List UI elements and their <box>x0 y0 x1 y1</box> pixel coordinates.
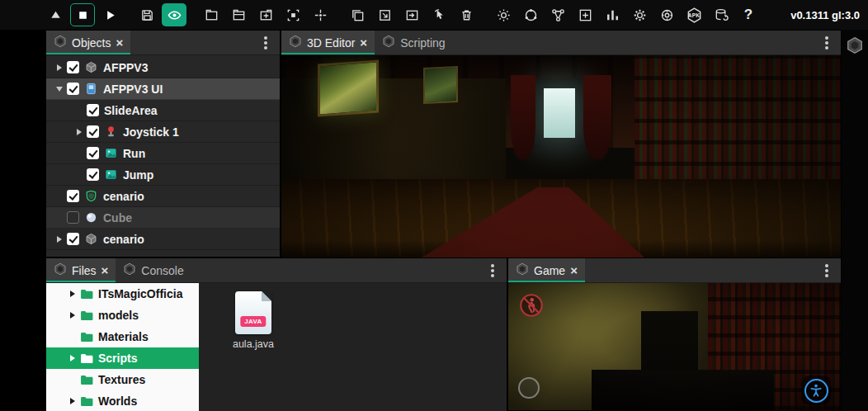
window-tab-1-button[interactable] <box>199 3 224 26</box>
visibility-checkbox[interactable] <box>87 104 99 116</box>
database-sync-button[interactable] <box>709 3 734 26</box>
object-name: AFPPV3 UI <box>103 83 163 96</box>
settings-gear-button[interactable] <box>627 3 652 26</box>
expand-arrow-icon[interactable] <box>64 355 80 361</box>
object-tree-row[interactable]: Run <box>46 143 280 164</box>
hexagon-icon <box>54 35 67 50</box>
collapse-arrow-icon[interactable] <box>51 87 67 92</box>
panel-menu-button[interactable] <box>818 31 836 54</box>
bar-chart-button[interactable] <box>600 3 625 26</box>
tab-3d-editor[interactable]: 3D Editor × <box>281 31 375 54</box>
object-tree-row[interactable]: SlideArea <box>46 100 280 121</box>
tab-game[interactable]: Game × <box>508 258 585 282</box>
object-name: SlideArea <box>104 104 158 117</box>
object-tree-row[interactable]: Joystick 1 <box>46 121 280 143</box>
expand-arrow-icon[interactable] <box>51 236 67 243</box>
bar-chart-icon <box>605 7 620 23</box>
duplicate-button[interactable] <box>345 3 370 26</box>
visibility-checkbox[interactable] <box>87 147 99 159</box>
node-graph-button[interactable] <box>545 3 570 26</box>
object-tree-row[interactable]: Cube <box>46 207 280 229</box>
close-tab-icon[interactable]: × <box>570 264 578 276</box>
triangle-up-button[interactable] <box>43 3 68 26</box>
file-item[interactable]: JAVA aula.java <box>229 291 278 350</box>
joystick-control[interactable] <box>518 377 540 399</box>
cube-icon <box>84 61 98 74</box>
object-tree-row[interactable]: cenario <box>46 186 280 207</box>
close-tab-icon[interactable]: × <box>360 36 367 49</box>
folder-name: ITsMagicOfficia <box>98 287 182 300</box>
folder-icon <box>80 353 94 364</box>
folder-icon <box>80 332 94 342</box>
expand-arrow-icon[interactable] <box>71 129 87 135</box>
save-button[interactable] <box>134 3 159 26</box>
java-badge: JAVA <box>240 316 266 327</box>
object-tree-row[interactable]: AFPPV3 <box>46 57 280 78</box>
accessibility-button[interactable] <box>801 376 831 405</box>
trash-button[interactable] <box>454 3 479 26</box>
copy-into-button[interactable] <box>372 3 397 26</box>
folder-row[interactable]: Materials <box>46 326 199 347</box>
vertical-dots-icon <box>825 269 828 272</box>
game-viewport[interactable] <box>508 283 841 410</box>
gear-target-button[interactable] <box>654 3 679 26</box>
folder-row-selected[interactable]: Scripts <box>46 347 199 369</box>
no-walk-toggle-button[interactable] <box>519 293 544 318</box>
folder-row[interactable]: Worlds <box>46 390 199 411</box>
play-button[interactable] <box>97 3 122 26</box>
orbit-button[interactable] <box>518 3 543 26</box>
cube-icon <box>84 233 98 246</box>
close-tab-icon[interactable]: × <box>101 264 109 276</box>
folder-row[interactable]: Textures <box>46 369 199 390</box>
folder-icon <box>80 396 94 407</box>
panel-menu-button[interactable] <box>818 258 836 282</box>
collapsed-panel-hexagon-button[interactable] <box>846 36 864 411</box>
window-tab-3-button[interactable] <box>253 3 278 26</box>
folder-row[interactable]: ITsMagicOfficia <box>46 283 199 305</box>
tab-files[interactable]: Files × <box>46 258 116 282</box>
visibility-checkbox[interactable] <box>87 168 99 181</box>
database-sync-icon <box>714 7 729 23</box>
folder-row[interactable]: models <box>46 305 199 326</box>
tab-scripting[interactable]: Scripting <box>375 31 452 54</box>
eye-icon <box>167 7 182 23</box>
sun-button[interactable] <box>491 3 516 26</box>
marquee-select-button[interactable] <box>281 3 305 26</box>
expand-arrow-icon[interactable] <box>64 312 80 319</box>
help-button[interactable]: ? <box>736 3 761 26</box>
object-tree-row[interactable]: cenario <box>46 229 280 250</box>
accessibility-icon <box>804 379 828 403</box>
visibility-checkbox[interactable] <box>67 61 79 73</box>
trash-icon <box>459 7 474 23</box>
visibility-checkbox[interactable] <box>67 190 79 202</box>
object-tree-row[interactable]: Jump <box>46 164 280 186</box>
panel-arrow-button[interactable] <box>399 3 424 26</box>
gear-icon <box>632 7 648 23</box>
expand-arrow-icon[interactable] <box>51 64 67 71</box>
object-name: Joystick 1 <box>123 125 179 139</box>
close-tab-icon[interactable]: × <box>116 36 123 49</box>
touch-pointer-button[interactable] <box>427 3 451 26</box>
window-tab-2-button[interactable] <box>226 3 251 26</box>
panel-menu-button[interactable] <box>257 31 275 54</box>
add-window-button[interactable] <box>573 3 597 26</box>
3d-viewport[interactable] <box>281 55 841 257</box>
visibility-checkbox[interactable] <box>67 83 79 95</box>
visibility-checkbox[interactable] <box>87 125 99 138</box>
tab-console[interactable]: Console <box>116 258 191 282</box>
orbit-icon <box>523 7 539 23</box>
expand-arrow-icon[interactable] <box>64 398 80 404</box>
object-tree-row[interactable]: AFPPV3 UI <box>46 78 280 100</box>
apk-button[interactable]: APK <box>682 3 706 26</box>
panel-menu-button[interactable] <box>484 258 502 282</box>
visibility-checkbox[interactable] <box>67 211 79 224</box>
visibility-checkbox[interactable] <box>67 233 79 245</box>
crosshair-button[interactable] <box>308 3 333 26</box>
expand-arrow-icon[interactable] <box>64 291 80 297</box>
triangle-up-icon <box>48 7 64 23</box>
tab-objects[interactable]: Objects × <box>46 31 130 54</box>
stop-button[interactable] <box>70 3 95 26</box>
gear-target-icon <box>659 7 675 23</box>
visibility-button[interactable] <box>162 3 186 26</box>
top-toolbar: APK ? v0.1311 gl:3.0 <box>0 0 868 30</box>
